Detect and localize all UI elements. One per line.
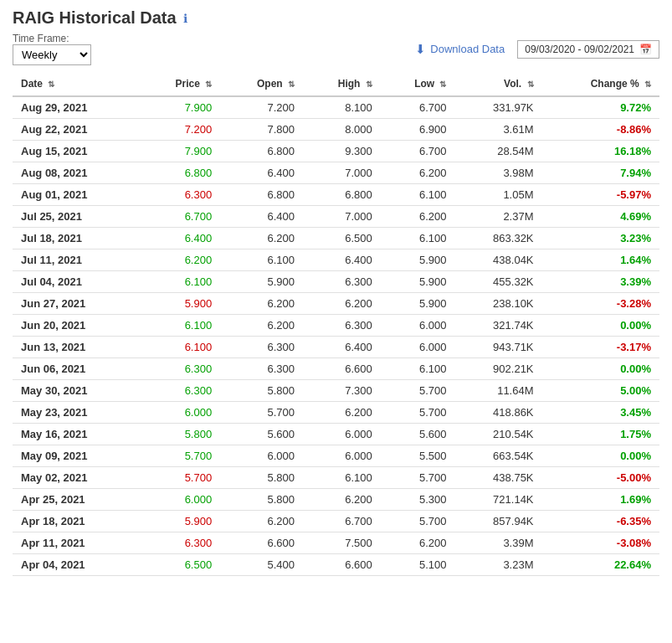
cell-open: 7.200	[220, 96, 303, 119]
table-header: Date ⇅ Price ⇅ Open ⇅ High ⇅ Low ⇅ Vol. …	[13, 72, 659, 96]
cell-open: 5.800	[220, 380, 303, 402]
cell-open: 6.300	[220, 358, 303, 380]
col-price[interactable]: Price ⇅	[139, 72, 220, 96]
download-label: Download Data	[430, 43, 505, 55]
sort-icon-price: ⇅	[205, 80, 212, 89]
cell-vol: 418.86K	[454, 402, 541, 424]
cell-high: 7.000	[303, 206, 381, 228]
table-row: Jun 20, 2021 6.100 6.200 6.300 6.000 321…	[13, 315, 659, 337]
cell-vol: 11.64M	[454, 380, 541, 402]
cell-vol: 2.37M	[454, 206, 541, 228]
cell-open: 6.200	[220, 293, 303, 315]
cell-date: Apr 04, 2021	[13, 554, 139, 576]
col-change[interactable]: Change % ⇅	[542, 72, 659, 96]
cell-change: 1.69%	[542, 489, 659, 511]
cell-low: 5.900	[381, 249, 455, 271]
cell-low: 6.100	[381, 358, 455, 380]
cell-high: 6.600	[303, 358, 381, 380]
cell-vol: 438.04K	[454, 249, 541, 271]
col-vol[interactable]: Vol. ⇅	[454, 72, 541, 96]
table-row: Apr 25, 2021 6.000 5.800 6.200 5.300 721…	[13, 489, 659, 511]
cell-open: 5.800	[220, 467, 303, 489]
cell-date: May 30, 2021	[13, 380, 139, 402]
cell-price: 6.800	[139, 162, 220, 184]
table-row: Jul 04, 2021 6.100 5.900 6.300 5.900 455…	[13, 271, 659, 293]
cell-low: 6.700	[381, 96, 455, 119]
cell-low: 5.900	[381, 293, 455, 315]
cell-low: 5.500	[381, 445, 455, 467]
cell-date: Aug 15, 2021	[13, 141, 139, 162]
cell-price: 6.700	[139, 206, 220, 228]
cell-vol: 238.10K	[454, 293, 541, 315]
sort-icon-date: ⇅	[48, 80, 54, 89]
cell-low: 5.900	[381, 271, 455, 293]
page-header: RAIG Historical Data ℹ	[13, 8, 659, 28]
cell-price: 5.700	[139, 467, 220, 489]
cell-change: -6.35%	[542, 511, 659, 532]
table-row: Aug 29, 2021 7.900 7.200 8.100 6.700 331…	[13, 96, 659, 119]
cell-change: 0.00%	[542, 358, 659, 380]
cell-low: 6.000	[381, 315, 455, 337]
col-high[interactable]: High ⇅	[303, 72, 381, 96]
cell-date: Jun 27, 2021	[13, 293, 139, 315]
cell-open: 6.400	[220, 206, 303, 228]
cell-open: 5.400	[220, 554, 303, 576]
cell-date: Jun 06, 2021	[13, 358, 139, 380]
table-row: Jul 25, 2021 6.700 6.400 7.000 6.200 2.3…	[13, 206, 659, 228]
table-row: May 09, 2021 5.700 6.000 6.000 5.500 663…	[13, 445, 659, 467]
cell-date: Apr 18, 2021	[13, 511, 139, 532]
table-row: May 16, 2021 5.800 5.600 6.000 5.600 210…	[13, 424, 659, 445]
cell-vol: 331.97K	[454, 96, 541, 119]
cell-open: 5.800	[220, 489, 303, 511]
cell-high: 6.200	[303, 402, 381, 424]
col-date[interactable]: Date ⇅	[13, 72, 139, 96]
cell-open: 6.200	[220, 511, 303, 532]
cell-change: -3.28%	[542, 293, 659, 315]
cell-high: 6.300	[303, 271, 381, 293]
cell-open: 5.700	[220, 402, 303, 424]
cell-change: 22.64%	[542, 554, 659, 576]
cell-high: 8.000	[303, 119, 381, 141]
cell-low: 6.700	[381, 141, 455, 162]
table-row: Aug 08, 2021 6.800 6.400 7.000 6.200 3.9…	[13, 162, 659, 184]
cell-date: Jul 25, 2021	[13, 206, 139, 228]
cell-price: 7.200	[139, 119, 220, 141]
timeframe-select[interactable]: Weekly Daily Monthly	[13, 44, 91, 65]
cell-vol: 3.61M	[454, 119, 541, 141]
cell-date: May 23, 2021	[13, 402, 139, 424]
cell-low: 6.000	[381, 337, 455, 358]
cell-date: Apr 11, 2021	[13, 532, 139, 554]
cell-change: 3.45%	[542, 402, 659, 424]
sort-icon-low: ⇅	[439, 80, 446, 89]
cell-high: 7.300	[303, 380, 381, 402]
cell-open: 6.200	[220, 315, 303, 337]
col-open[interactable]: Open ⇅	[220, 72, 303, 96]
download-button[interactable]: ⬇ Download Data	[415, 42, 505, 57]
cell-price: 6.000	[139, 489, 220, 511]
table-row: Aug 01, 2021 6.300 6.800 6.800 6.100 1.0…	[13, 184, 659, 206]
cell-vol: 321.74K	[454, 315, 541, 337]
cell-change: 4.69%	[542, 206, 659, 228]
date-range-text: 09/03/2020 - 09/02/2021	[525, 44, 634, 55]
cell-vol: 3.23M	[454, 554, 541, 576]
cell-open: 6.600	[220, 532, 303, 554]
cell-low: 6.900	[381, 119, 455, 141]
cell-date: Jul 04, 2021	[13, 271, 139, 293]
cell-high: 7.500	[303, 532, 381, 554]
cell-price: 6.100	[139, 337, 220, 358]
cell-high: 6.500	[303, 228, 381, 249]
cell-change: 7.94%	[542, 162, 659, 184]
date-range-selector[interactable]: 09/03/2020 - 09/02/2021 📅	[517, 40, 659, 59]
cell-price: 6.100	[139, 315, 220, 337]
cell-low: 6.200	[381, 532, 455, 554]
cell-low: 6.100	[381, 228, 455, 249]
info-icon[interactable]: ℹ	[183, 12, 187, 25]
historical-data-table: Date ⇅ Price ⇅ Open ⇅ High ⇅ Low ⇅ Vol. …	[13, 72, 659, 576]
cell-vol: 438.75K	[454, 467, 541, 489]
table-row: Jul 18, 2021 6.400 6.200 6.500 6.100 863…	[13, 228, 659, 249]
cell-open: 6.800	[220, 141, 303, 162]
cell-high: 6.000	[303, 445, 381, 467]
cell-open: 6.000	[220, 445, 303, 467]
cell-high: 6.200	[303, 489, 381, 511]
col-low[interactable]: Low ⇅	[381, 72, 455, 96]
